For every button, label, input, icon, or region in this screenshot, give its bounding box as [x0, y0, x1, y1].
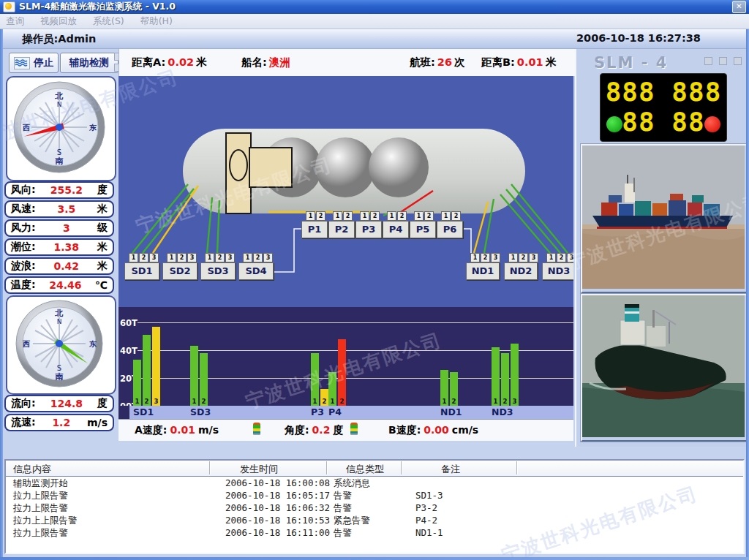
col-header-content[interactable]: 信息内容: [13, 463, 51, 476]
field-风速: 风速:3.5米: [4, 200, 114, 218]
cell-content: 拉力上限告警: [13, 527, 68, 540]
slot-SD4-1: 1: [243, 253, 252, 262]
field-温度: 温度:24.46℃: [4, 276, 114, 294]
svg-text:西: 西: [22, 340, 30, 348]
message-table-header: 信息内容 发生时间 信息类型 备注: [6, 461, 743, 477]
right-panel: SLM - 4 888 888 88 88: [575, 48, 749, 447]
bollard-P3: P3: [355, 221, 382, 238]
led-display-row1: 888 888: [601, 77, 726, 107]
message-row[interactable]: 拉力上上限告警2006-10-18 16:10:53紧急告警P4-2: [6, 514, 743, 526]
menu-item-0[interactable]: 查询: [6, 15, 24, 28]
slot-P6-2: 2: [451, 211, 461, 221]
bar-SD1-3: 3: [152, 327, 160, 406]
chart-x-axis-strip: SD1SD3P3P4ND1ND3: [118, 406, 573, 419]
svg-text:N: N: [57, 101, 62, 108]
bollard-SD2: SD2: [162, 262, 197, 280]
status-row: A速度:0.01m/s角度:0.2度B速度:0.00cm/s: [118, 419, 573, 441]
ytick-60T: 60T: [120, 318, 138, 328]
bollard-P6: P6: [437, 221, 463, 238]
panel-mini-button-3[interactable]: [734, 57, 742, 65]
slot-ND2-2: 2: [519, 253, 528, 262]
cell-type: 告警: [334, 490, 352, 502]
message-row[interactable]: 拉力上限告警2006-10-18 16:06:32告警P3-2: [6, 502, 743, 514]
svg-text:N: N: [57, 318, 62, 325]
bar-ND1-1: 1: [440, 370, 448, 406]
svg-text:S: S: [57, 148, 61, 156]
title-bar: SLM-4船舶激光靠泊监测系统 - V1.0 ✕: [0, 0, 749, 14]
slot-SD3-2: 2: [215, 253, 225, 262]
compass-east-label: 东: [89, 124, 97, 132]
slot-P4-2: 2: [397, 211, 407, 221]
svg-text:东: 东: [89, 340, 97, 348]
bar-P4-1: 1: [328, 372, 336, 406]
slot-SD1-3: 3: [149, 253, 159, 262]
cell-note: ND1-1: [415, 527, 443, 538]
cell-time: 2006-10-18 16:11:00: [225, 527, 330, 538]
aux-detect-label: 辅助检测: [69, 56, 109, 69]
field-波浪: 波浪:0.42米: [4, 257, 114, 275]
operator-label: 操作员:Admin: [22, 32, 96, 46]
cell-time: 2006-10-18 16:06:32: [225, 502, 330, 513]
cell-content: 辅助监测开始: [13, 477, 68, 490]
cell-note: P3-2: [415, 502, 437, 513]
chart-group-label-ND1: ND1: [440, 406, 462, 417]
slm-panel-title: SLM - 4: [594, 54, 668, 72]
message-row[interactable]: 拉力上限告警2006-10-18 16:11:00告警ND1-1: [6, 526, 743, 539]
cell-type: 紧急告警: [334, 515, 370, 527]
header-separator: [516, 461, 517, 474]
slot-SD2-3: 3: [187, 253, 197, 262]
cell-note: P4-2: [415, 515, 437, 526]
chart-group-label-SD3: SD3: [190, 406, 211, 417]
slot-ND1-3: 3: [491, 253, 500, 262]
slot-ND2-1: 1: [508, 253, 518, 262]
axis-corner-stub: [118, 406, 129, 419]
bollard-P4: P4: [383, 221, 409, 238]
status-2: B速度:0.00cm/s: [388, 424, 478, 437]
header-separator: [209, 461, 210, 474]
wind-compass-panel: 北 N S 南 西 东: [6, 76, 116, 181]
bar-P4-2: 2: [338, 339, 346, 406]
close-button[interactable]: ✕: [732, 1, 746, 13]
slot-ND3-3: 3: [567, 253, 573, 262]
window-border-left: [0, 14, 3, 560]
field-风向: 风向:255.2度: [4, 181, 114, 199]
flow-compass-panel: 北 N S 南 西 东: [6, 295, 116, 395]
menu-item-1[interactable]: 视频回放: [40, 15, 77, 28]
red-indicator-light: [704, 116, 720, 132]
sidebar: 停止 辅助检测 北 N S: [3, 48, 117, 443]
stop-button[interactable]: 停止: [9, 53, 59, 73]
message-row[interactable]: 辅助监测开始2006-10-18 16:00:08系统消息: [6, 477, 743, 489]
cell-note: SD1-3: [415, 490, 443, 501]
field-风力: 风力:3级: [4, 219, 114, 237]
slot-P2-2: 2: [343, 211, 353, 221]
metric-3: 距离B:0.01米: [481, 56, 556, 69]
bollard-SD1: SD1: [124, 262, 159, 280]
cell-type: 告警: [334, 502, 352, 515]
field-流速: 流速:1.2m/s: [4, 414, 114, 431]
bollard-P5: P5: [410, 221, 436, 238]
slot-SD4-3: 3: [263, 253, 273, 262]
col-header-note[interactable]: 备注: [441, 463, 460, 476]
status-1: 角度:0.2度: [285, 424, 343, 437]
field-流向: 流向:124.8度: [4, 395, 114, 412]
panel-mini-button-1[interactable]: [704, 57, 712, 65]
slot-P5-2: 2: [424, 211, 434, 221]
menu-item-2[interactable]: 系统(S): [93, 15, 124, 28]
datetime-label: 2006-10-18 16:27:38: [576, 32, 701, 44]
aux-detect-button[interactable]: 辅助检测: [60, 53, 118, 73]
bollard-P1: P1: [301, 221, 328, 238]
menu-item-3[interactable]: 帮助(H): [140, 15, 173, 28]
window-border-right: [746, 14, 749, 560]
col-header-type[interactable]: 信息类型: [346, 463, 384, 476]
bar-SD3-2: 2: [200, 353, 208, 406]
slot-SD2-2: 2: [177, 253, 187, 262]
bar-ND3-3: 3: [511, 344, 519, 406]
slot-P3-1: 1: [360, 211, 369, 221]
bar-ND3-2: 2: [501, 353, 509, 406]
cell-content: 拉力上限告警: [13, 502, 68, 515]
message-row[interactable]: 拉力上限告警2006-10-18 16:05:17告警SD1-3: [6, 489, 743, 502]
slot-ND3-1: 1: [546, 253, 556, 262]
panel-mini-button-2[interactable]: [719, 57, 727, 65]
slot-SD2-1: 1: [167, 253, 176, 262]
col-header-time[interactable]: 发生时间: [240, 463, 278, 476]
